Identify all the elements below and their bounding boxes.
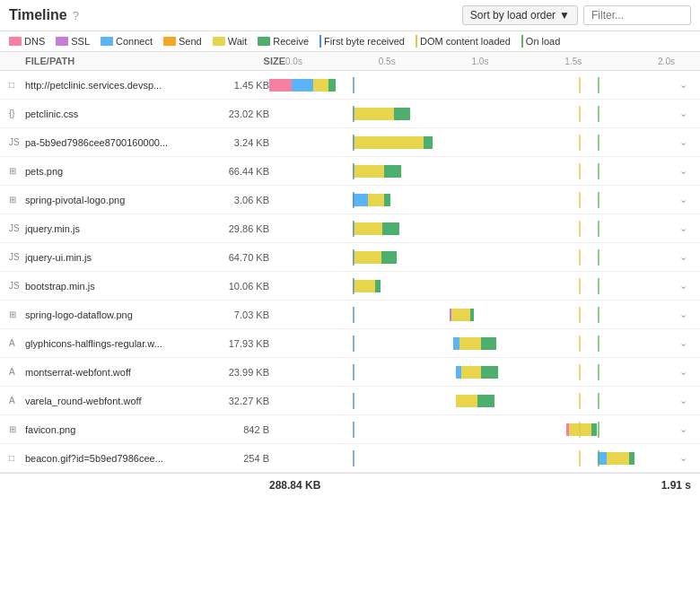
first-byte-line <box>353 192 354 208</box>
on-load-line <box>598 307 599 323</box>
on-load-line <box>598 393 599 409</box>
table-row: Aglyphicons-halflings-regular.w...17.93 … <box>0 329 700 358</box>
first_byte-label: First byte received <box>324 36 405 47</box>
column-headers: FILE/PATH SIZE 0.0s0.5s1.0s1.5s2.0s <box>0 52 700 71</box>
bar-receive <box>481 337 495 350</box>
table-row: JSjquery-ui.min.js64.70 KB⌄ <box>0 243 700 272</box>
timeline-cell <box>269 422 675 438</box>
timeline-cell <box>269 106 675 122</box>
file-type-icon: JS <box>9 137 25 147</box>
expand-row-button[interactable]: ⌄ <box>675 337 691 349</box>
data-rows: □http://petclinic.services.devsp...1.45 … <box>0 71 700 473</box>
file-type-icon: ⊞ <box>9 166 25 176</box>
bar-wait <box>353 165 384 178</box>
file-type-icon: A <box>9 338 25 348</box>
expand-row-button[interactable]: ⌄ <box>675 108 691 119</box>
timeline-cell <box>269 221 675 237</box>
first-byte-line <box>353 307 354 323</box>
first-byte-line <box>353 336 354 352</box>
expand-row-button[interactable]: ⌄ <box>675 79 691 91</box>
bar-receive <box>481 366 497 379</box>
file-size: 7.03 KB <box>206 309 269 320</box>
expand-row-button[interactable]: ⌄ <box>675 165 691 177</box>
tick-label: 1.5s <box>564 57 582 66</box>
file-type-icon: A <box>9 396 25 405</box>
bar-connect <box>353 194 367 206</box>
file-type-icon: JS <box>9 223 25 233</box>
bar-receive <box>470 309 474 321</box>
timeline-cell <box>269 249 675 266</box>
controls: Sort by load order ▼ <box>462 5 691 25</box>
first-byte-line <box>353 422 354 438</box>
dom_content-label: DOM content loaded <box>420 36 511 47</box>
expand-row-button[interactable]: ⌄ <box>675 136 691 148</box>
file-size: 3.24 KB <box>206 137 269 148</box>
bar-wait <box>368 194 384 206</box>
bar-receive <box>375 280 381 292</box>
expand-row-button[interactable]: ⌄ <box>675 280 691 292</box>
table-row: ⊞favicon.png842 B⌄ <box>0 415 700 444</box>
file-size: 254 B <box>206 453 269 464</box>
dns-color <box>9 37 22 46</box>
expand-row-button[interactable]: ⌄ <box>675 366 691 378</box>
on_load-label: On load <box>526 36 561 47</box>
expand-row-button[interactable]: ⌄ <box>675 222 691 234</box>
receive-label: Receive <box>273 36 309 47</box>
bar-wait <box>456 395 478 407</box>
first_byte-line <box>319 35 321 48</box>
file-size: 10.06 KB <box>206 281 269 292</box>
dom-content-line <box>579 221 581 237</box>
legend-item-on_load: On load <box>521 35 561 48</box>
tick-label: 0.5s <box>379 57 396 66</box>
file-type-icon: ⊞ <box>9 195 25 205</box>
expand-row-button[interactable]: ⌄ <box>675 395 691 406</box>
bar-wait <box>353 108 393 120</box>
page-title: Timeline <box>9 7 67 23</box>
timeline-cell <box>269 192 675 208</box>
bar-receive <box>477 395 494 407</box>
file-size: 23.99 KB <box>206 367 269 378</box>
expand-row-button[interactable]: ⌄ <box>675 251 691 263</box>
first-byte-line <box>353 106 354 122</box>
on-load-line <box>598 364 599 380</box>
first-byte-line <box>353 77 354 93</box>
file-size: 1.45 KB <box>206 80 269 91</box>
sort-arrow: ▼ <box>559 9 570 22</box>
file-name: beacon.gif?id=5b9ed7986cee... <box>25 453 206 464</box>
dom-content-line <box>579 163 581 179</box>
on-load-line <box>598 221 599 237</box>
sort-dropdown[interactable]: Sort by load order ▼ <box>462 5 578 25</box>
col-header-timeline: 0.0s0.5s1.0s1.5s2.0s <box>285 57 675 66</box>
help-icon[interactable]: ? <box>73 9 79 22</box>
file-name: varela_round-webfont.woff <box>25 396 206 406</box>
dom-content-line <box>579 364 581 380</box>
table-row: JSjquery.min.js29.86 KB⌄ <box>0 214 700 243</box>
expand-row-button[interactable]: ⌄ <box>675 194 691 205</box>
file-name: favicon.png <box>25 424 206 435</box>
table-row: □beacon.gif?id=5b9ed7986cee...254 B⌄ <box>0 444 700 473</box>
expand-row-button[interactable]: ⌄ <box>675 452 691 464</box>
bar-receive <box>629 452 634 465</box>
legend-row: DNSSSLConnectSendWaitReceiveFirst byte r… <box>0 31 700 52</box>
bar-wait <box>459 337 482 350</box>
table-row: Amontserrat-webfont.woff23.99 KB⌄ <box>0 358 700 387</box>
ssl-color <box>56 37 68 46</box>
table-row: ⊞spring-pivotal-logo.png3.06 KB⌄ <box>0 186 700 214</box>
timeline-cell <box>269 135 675 151</box>
on-load-line <box>598 336 599 352</box>
legend-item-connect: Connect <box>101 36 153 47</box>
file-type-icon: JS <box>9 281 25 291</box>
timeline-cell <box>269 278 675 294</box>
expand-row-button[interactable]: ⌄ <box>675 423 691 435</box>
expand-row-button[interactable]: ⌄ <box>675 309 691 320</box>
table-row: JSbootstrap.min.js10.06 KB⌄ <box>0 272 700 301</box>
table-row: {}petclinic.css23.02 KB⌄ <box>0 100 700 128</box>
timeline-panel: Timeline ? Sort by load order ▼ DNSSSLCo… <box>0 0 700 497</box>
bar-receive <box>382 222 398 235</box>
table-row: ⊞pets.png66.44 KB⌄ <box>0 157 700 186</box>
col-header-file: FILE/PATH <box>25 56 223 66</box>
filter-input[interactable] <box>583 5 691 25</box>
receive-color <box>258 37 270 46</box>
file-size: 29.86 KB <box>206 223 269 234</box>
table-row: JSpa-5b9ed7986cee8700160000...3.24 KB⌄ <box>0 128 700 157</box>
